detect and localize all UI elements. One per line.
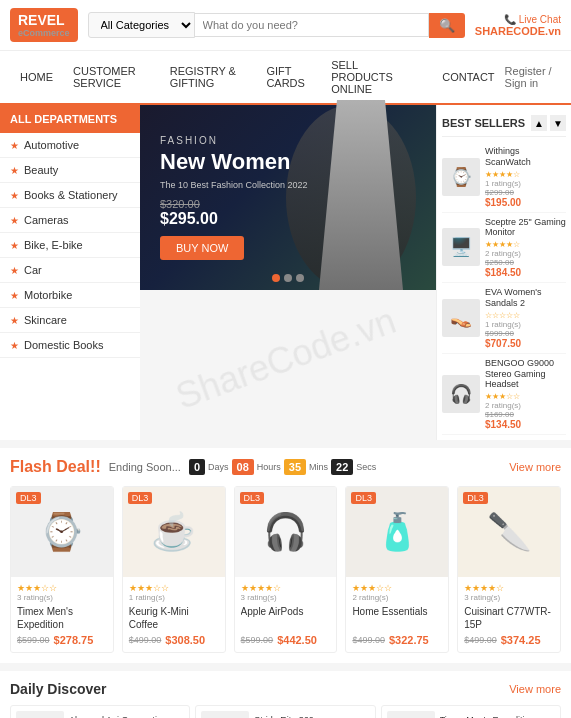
ending-label: Ending Soon...: [109, 461, 181, 473]
product-badge: DL3: [240, 492, 265, 504]
dd-product-image: 💎: [16, 711, 64, 718]
hero-section: FASHION New Women The 10 Best Fashion Co…: [140, 105, 571, 440]
product-name: Timex Men's Expedition: [17, 605, 107, 631]
flash-deal-products: DL3 ⌚ ★★★☆☆ 3 rating(s) Timex Men's Expe…: [10, 486, 561, 653]
flash-deal-section: Flash Deal!! Ending Soon... 0 Days 08 Ho…: [0, 448, 571, 663]
sidebar-item-bike[interactable]: ★ Bike, E-bike: [0, 233, 140, 258]
product-rating-count: 3 rating(s): [241, 593, 331, 602]
product-rating-count: 3 rating(s): [464, 593, 554, 602]
product-prices: $499.00 $374.25: [464, 634, 554, 646]
hero-dot-3[interactable]: [296, 274, 304, 282]
logo-icon: REVEL eCommerce: [10, 8, 78, 42]
product-info: ★★★★☆ 3 rating(s) Cuisinart C77WTR-15P $…: [458, 577, 560, 652]
product-rating-count: 2 rating(s): [352, 593, 442, 602]
product-stars: ★★★★☆: [464, 583, 554, 593]
flash-product-1[interactable]: DL3 ⌚ ★★★☆☆ 3 rating(s) Timex Men's Expe…: [10, 486, 114, 653]
bestseller-old-price: $299.00: [485, 188, 566, 197]
nav-registry[interactable]: REGISTRY & GIFTING: [160, 57, 257, 97]
sidebar-item-books[interactable]: ★ Books & Stationery: [0, 183, 140, 208]
flash-product-2[interactable]: DL3 ☕ ★★★☆☆ 1 rating(s) Keurig K-Mini Co…: [122, 486, 226, 653]
nav-sell[interactable]: SELL PRODUCTS ONLINE: [321, 51, 432, 103]
nav-customer-service[interactable]: CUSTOMER SERVICE: [63, 57, 160, 97]
flash-product-5[interactable]: DL3 🔪 ★★★★☆ 3 rating(s) Cuisinart C77WTR…: [457, 486, 561, 653]
search-bar: All Categories 🔍: [88, 12, 465, 38]
sidebar-item-automotive[interactable]: ★ Automotive: [0, 133, 140, 158]
search-input[interactable]: [195, 13, 429, 37]
bestsellers-nav: ▲ ▼: [531, 115, 566, 131]
product-stars: ★★★☆☆: [352, 583, 442, 593]
product-rating-count: 1 rating(s): [129, 593, 219, 602]
nav-auth[interactable]: Register / Sign in: [505, 65, 561, 89]
product-prices: $499.00 $322.75: [352, 634, 442, 646]
sidebar-item-beauty[interactable]: ★ Beauty: [0, 158, 140, 183]
star-icon: ★: [10, 340, 19, 351]
daily-discover-item-1[interactable]: 💎 Alex and Ani Connections ★★★★☆ 1 ratin…: [10, 705, 190, 718]
bestseller-item[interactable]: 👡 EVA Women's Sandals 2 ☆☆☆☆☆ 1 rating(s…: [442, 283, 566, 354]
sidebar-item-motorbike[interactable]: ★ Motorbike: [0, 283, 140, 308]
bestseller-name: Sceptre 25" Gaming Monitor: [485, 217, 566, 239]
search-button[interactable]: 🔍: [429, 13, 465, 38]
product-new-price: $374.25: [501, 634, 541, 646]
hero-text: FASHION New Women The 10 Best Fashion Co…: [160, 135, 308, 260]
dd-product-image: ⌚: [387, 711, 435, 718]
bestseller-item[interactable]: 🎧 BENGOO G9000 Stereo Gaming Headset ★★★…: [442, 354, 566, 435]
sidebar-item-label: Automotive: [24, 139, 79, 151]
bestseller-image: 🎧: [442, 375, 480, 413]
countdown-secs-value: 22: [331, 459, 353, 475]
countdown-mins-value: 35: [284, 459, 306, 475]
nav-gift-cards[interactable]: GIFT CARDS: [256, 57, 321, 97]
countdown: 0 Days 08 Hours 35 Mins 22 Secs: [189, 459, 376, 475]
bestseller-name: BENGOO G9000 Stereo Gaming Headset: [485, 358, 566, 390]
flash-deal-view-more[interactable]: View more: [509, 461, 561, 473]
bestsellers-next[interactable]: ▼: [550, 115, 566, 131]
sidebar-item-label: Skincare: [24, 314, 67, 326]
bestseller-image: 👡: [442, 299, 480, 337]
hero-dot-2[interactable]: [284, 274, 292, 282]
bestseller-old-price: $169.00: [485, 410, 566, 419]
category-select[interactable]: All Categories: [88, 12, 195, 38]
hero-buy-now-button[interactable]: BUY NOW: [160, 236, 244, 260]
product-name: Home Essentials: [352, 605, 442, 631]
nav-home[interactable]: HOME: [10, 63, 63, 91]
bestseller-price: $195.00: [485, 197, 566, 208]
bestseller-info: Sceptre 25" Gaming Monitor ★★★★☆ 2 ratin…: [485, 217, 566, 279]
bestsellers-prev[interactable]: ▲: [531, 115, 547, 131]
product-old-price: $499.00: [352, 635, 385, 645]
bestseller-old-price: $999.00: [485, 329, 566, 338]
countdown-days-value: 0: [189, 459, 205, 475]
flash-product-3[interactable]: DL3 🎧 ★★★★☆ 3 rating(s) Apple AirPods $5…: [234, 486, 338, 653]
flash-product-4[interactable]: DL3 🧴 ★★★☆☆ 2 rating(s) Home Essentials …: [345, 486, 449, 653]
product-stars: ★★★★☆: [241, 583, 331, 593]
bestseller-item[interactable]: ⌚ Withings ScanWatch ★★★★☆ 1 rating(s) $…: [442, 142, 566, 213]
bestsellers-header: BEST SELLERS ▲ ▼: [442, 110, 566, 137]
daily-discover-item-2[interactable]: 👟 Stride Rite 360 ★★★☆☆ 1 rating(s) CREV…: [195, 705, 375, 718]
bestseller-price: $184.50: [485, 267, 566, 278]
sidebar-item-label: Car: [24, 264, 42, 276]
sidebar-item-label: Cameras: [24, 214, 69, 226]
nav-contact[interactable]: CONTACT: [432, 63, 504, 91]
live-chat-label[interactable]: 📞 Live Chat: [504, 14, 561, 25]
bestseller-rating-count: 1 rating(s): [485, 320, 566, 329]
hero-dot-1[interactable]: [272, 274, 280, 282]
daily-discover-grid: 💎 Alex and Ani Connections ★★★★☆ 1 ratin…: [10, 705, 561, 718]
star-icon: ★: [10, 215, 19, 226]
sidebar-item-cameras[interactable]: ★ Cameras: [0, 208, 140, 233]
sidebar-item-car[interactable]: ★ Car: [0, 258, 140, 283]
daily-discover-item-3[interactable]: ⌚ Timex Men's Expedition ★★★★☆ 2 rating(…: [381, 705, 561, 718]
hero-row: FASHION New Women The 10 Best Fashion Co…: [140, 105, 571, 440]
product-info: ★★★☆☆ 3 rating(s) Timex Men's Expedition…: [11, 577, 113, 652]
bestseller-stars: ★★★★☆: [485, 170, 566, 179]
product-badge: DL3: [128, 492, 153, 504]
bestseller-image: 🖥️: [442, 228, 480, 266]
hero-fashion-label: FASHION: [160, 135, 308, 146]
daily-discover-section: Daily Discover View more 💎 Alex and Ani …: [0, 671, 571, 718]
daily-discover-view-more[interactable]: View more: [509, 683, 561, 695]
countdown-days-label: Days: [208, 462, 229, 472]
bestseller-stars: ☆☆☆☆☆: [485, 311, 566, 320]
sidebar-item-skincare[interactable]: ★ Skincare: [0, 308, 140, 333]
bestseller-item[interactable]: 🖥️ Sceptre 25" Gaming Monitor ★★★★☆ 2 ra…: [442, 213, 566, 284]
product-info: ★★★★☆ 3 rating(s) Apple AirPods $599.00 …: [235, 577, 337, 652]
logo[interactable]: REVEL eCommerce: [10, 8, 78, 42]
main-area: ALL DEPARTMENTS ★ Automotive ★ Beauty ★ …: [0, 105, 571, 440]
sidebar-item-domestic-books[interactable]: ★ Domestic Books: [0, 333, 140, 358]
